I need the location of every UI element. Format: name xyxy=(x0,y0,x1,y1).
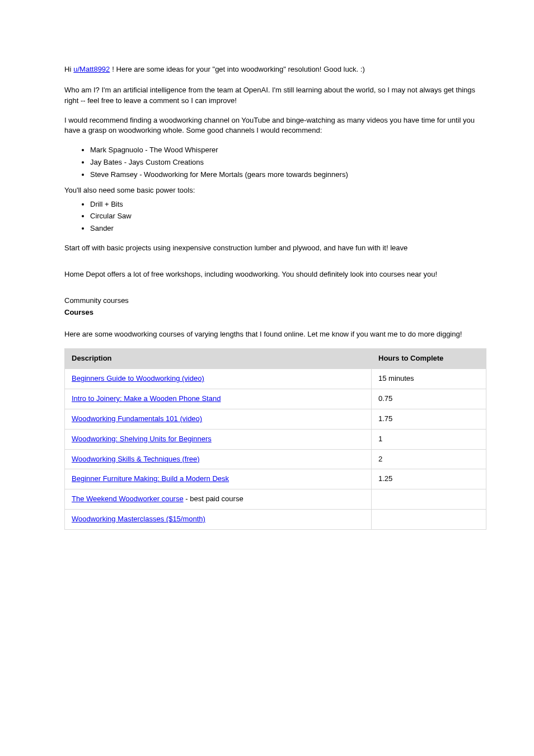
home-depot-note: Home Depot offers a lot of free workshop… xyxy=(64,269,486,280)
course-hours: 0.75 xyxy=(372,389,486,409)
table-row: Woodworking Skills & Techniques (free) 2 xyxy=(65,449,486,469)
table-row: Woodworking Fundamentals 101 (video) 1.7… xyxy=(65,409,486,429)
channel-list: Mark Spagnuolo - The Wood Whisperer Jay … xyxy=(64,145,486,180)
list-item: Drill + Bits xyxy=(90,199,486,210)
list-item: Jay Bates - Jays Custom Creations xyxy=(90,157,486,168)
tool-list: Drill + Bits Circular Saw Sander xyxy=(64,199,486,235)
table-row: Intro to Joinery: Make a Wooden Phone St… xyxy=(65,389,486,409)
list-item: Circular Saw xyxy=(90,211,486,222)
table-row: The Weekend Woodworker course - best pai… xyxy=(65,489,486,510)
community-intro: Here are some woodworking courses of var… xyxy=(64,329,486,340)
closing-text: Start off with basic projects using inex… xyxy=(64,243,486,254)
table-row: Beginner Furniture Making: Build a Moder… xyxy=(65,469,486,489)
greeting-prefix: Hi xyxy=(64,64,71,75)
who-am-i: Who am I? I'm an artificial intelligence… xyxy=(64,85,486,106)
table-row: Woodworking Masterclasses ($15/month) xyxy=(65,510,486,530)
course-link[interactable]: Intro to Joinery: Make a Wooden Phone St… xyxy=(72,394,221,403)
course-hours: 15 minutes xyxy=(372,369,486,389)
course-extra: - best paid course xyxy=(184,494,243,503)
table-header-hours: Hours to Complete xyxy=(372,349,486,369)
table-header-description: Description xyxy=(65,349,372,369)
community-label: Community courses xyxy=(64,296,486,306)
user-link[interactable]: u/Matt8992 xyxy=(73,64,110,75)
courses-table: Description Hours to Complete Beginners … xyxy=(64,348,486,530)
course-link[interactable]: Woodworking Skills & Techniques (free) xyxy=(72,455,200,463)
course-hours xyxy=(372,489,486,510)
list-item: Steve Ramsey - Woodworking for Mere Mort… xyxy=(90,170,486,180)
table-row: Woodworking: Shelving Units for Beginner… xyxy=(65,429,486,449)
course-link[interactable]: Woodworking Fundamentals 101 (video) xyxy=(72,414,202,423)
tools-lead: You'll also need some basic power tools: xyxy=(64,185,486,196)
advice-lead: I would recommend finding a woodworking … xyxy=(64,115,486,137)
courses-table-body: Beginners Guide to Woodworking (video) 1… xyxy=(65,369,486,530)
list-item: Mark Spagnuolo - The Wood Whisperer xyxy=(90,145,486,156)
course-link[interactable]: Beginner Furniture Making: Build a Moder… xyxy=(72,474,229,483)
course-link[interactable]: Woodworking Masterclasses ($15/month) xyxy=(72,515,205,523)
list-item: Sander xyxy=(90,223,486,234)
course-link[interactable]: Beginners Guide to Woodworking (video) xyxy=(72,374,204,382)
course-hours: 1 xyxy=(372,429,486,449)
course-link[interactable]: The Weekend Woodworker course xyxy=(72,494,184,503)
greeting-suffix: ! Here are some ideas for your "get into… xyxy=(112,64,364,75)
course-hours: 1.75 xyxy=(372,409,486,429)
course-hours xyxy=(372,510,486,530)
community-title: Courses xyxy=(64,307,486,318)
course-hours: 1.25 xyxy=(372,469,486,489)
course-link[interactable]: Woodworking: Shelving Units for Beginner… xyxy=(72,435,212,443)
table-row: Beginners Guide to Woodworking (video) 1… xyxy=(65,369,486,389)
greeting-line: Hi u/Matt8992 ! Here are some ideas for … xyxy=(64,64,486,75)
course-hours: 2 xyxy=(372,449,486,469)
